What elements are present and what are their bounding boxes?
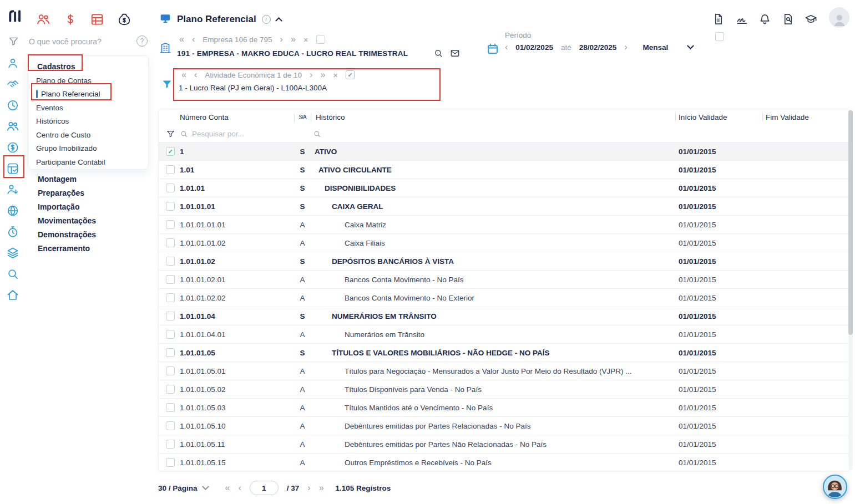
table-row[interactable]: 1.01.01.05.03 A Títulos Mantidos até o V… xyxy=(159,399,849,417)
moneybag-icon[interactable] xyxy=(117,12,131,27)
company-checkbox[interactable] xyxy=(316,35,325,44)
per-page-select[interactable]: 30 / Página xyxy=(158,484,208,492)
row-checkbox[interactable] xyxy=(166,458,175,467)
menu-section[interactable]: Preparações xyxy=(38,186,96,200)
row-checkbox[interactable] xyxy=(166,366,175,375)
period-next-button[interactable]: › xyxy=(624,43,627,52)
table-row[interactable]: 1.01.01.02 S DEPÓSITOS BANCÁRIOS À VISTA… xyxy=(159,252,849,271)
finance-icon[interactable] xyxy=(6,141,19,154)
row-checkbox[interactable] xyxy=(166,421,175,430)
scrollbar-thumb[interactable] xyxy=(848,110,853,335)
activity-clear-button[interactable]: × xyxy=(333,71,338,79)
page-last-button[interactable]: » xyxy=(319,483,324,492)
table-row[interactable]: 1.01.01.01.01 A Caixa Matriz 01/01/2015 xyxy=(159,216,849,234)
menu-section[interactable]: Montagem xyxy=(38,172,96,186)
row-checkbox[interactable] xyxy=(166,440,175,449)
row-checkbox[interactable] xyxy=(166,238,175,247)
company-search-icon[interactable] xyxy=(433,48,443,58)
sidebar-search-input[interactable] xyxy=(29,35,132,48)
row-checkbox[interactable] xyxy=(166,275,175,284)
row-checkbox[interactable] xyxy=(166,403,175,412)
sidebar-filter-icon[interactable] xyxy=(8,35,19,47)
company-next-button[interactable]: › xyxy=(280,35,283,44)
company-first-button[interactable]: « xyxy=(179,35,184,44)
page-next-button[interactable]: › xyxy=(307,483,310,492)
table-row[interactable]: 1.01.01.02.02 A Bancos Conta Movimento -… xyxy=(159,289,849,307)
menu-item[interactable]: Plano Referencial xyxy=(28,88,148,101)
company-last-button[interactable]: » xyxy=(291,35,296,44)
table-row[interactable]: 1.01 S ATIVO CIRCULANTE 01/01/2015 xyxy=(159,161,849,179)
row-checkbox[interactable] xyxy=(166,330,175,339)
table-row[interactable]: 1.01.01.04 S NUMERÁRIOS EM TRÂNSITO 01/0… xyxy=(159,307,849,325)
row-checkbox[interactable] xyxy=(166,184,175,192)
table-row[interactable]: ✓ 1 S ATIVO 01/01/2015 xyxy=(159,142,849,161)
billing-icon[interactable] xyxy=(63,12,78,27)
home-icon[interactable] xyxy=(6,288,19,302)
table-row[interactable]: 1.01.01.05.10 A Debêntures emitidas por … xyxy=(159,417,849,435)
row-checkbox[interactable] xyxy=(166,220,175,229)
col-fim-validade[interactable]: Fim Validade xyxy=(762,113,849,121)
notifications-icon[interactable] xyxy=(758,13,771,26)
period-end-date[interactable]: 28/02/2025 xyxy=(579,43,617,52)
col-inicio-validade[interactable]: Início Validade xyxy=(675,113,762,121)
user-avatar[interactable] xyxy=(829,7,849,28)
people-icon[interactable] xyxy=(6,120,19,133)
row-checkbox[interactable] xyxy=(166,293,175,302)
row-checkbox[interactable] xyxy=(166,257,175,266)
menu-item[interactable]: Participante Contábil xyxy=(28,155,148,169)
clock-icon[interactable] xyxy=(6,99,19,112)
menu-section[interactable]: Demonstrações xyxy=(38,227,96,241)
menu-item[interactable]: Centro de Custo xyxy=(28,128,148,142)
page-input[interactable] xyxy=(250,481,279,495)
company-clear-button[interactable]: × xyxy=(303,35,308,44)
handshake-icon[interactable] xyxy=(6,78,19,91)
table-row[interactable]: 1.01.01.01.02 A Caixa Filiais 01/01/2015 xyxy=(159,234,849,252)
menu-section[interactable]: Movimentações xyxy=(38,213,96,227)
historico-search-icon[interactable] xyxy=(313,130,321,138)
row-checkbox[interactable] xyxy=(166,348,175,357)
period-checkbox[interactable] xyxy=(715,32,724,41)
table-row[interactable]: 1.01.01.05.02 A Títulos Disponíveis para… xyxy=(159,380,849,399)
page-prev-button[interactable]: ‹ xyxy=(238,483,241,492)
company-prev-button[interactable]: ‹ xyxy=(192,35,195,44)
row-checkbox[interactable] xyxy=(166,202,175,211)
timer-icon[interactable] xyxy=(6,225,19,238)
search-icon[interactable] xyxy=(6,267,19,281)
menu-item[interactable]: Eventos xyxy=(28,101,148,115)
menu-item[interactable]: Históricos xyxy=(28,115,148,129)
company-mail-icon[interactable] xyxy=(450,48,460,58)
table-scrollbar[interactable] xyxy=(848,109,853,470)
table-row[interactable]: 1.01.01 S DISPONIBILIDADES 01/01/2015 xyxy=(159,179,849,197)
table-filter-icon[interactable] xyxy=(166,129,175,139)
collapse-chevron-icon[interactable] xyxy=(275,17,282,24)
menu-section[interactable]: Importação xyxy=(38,200,96,213)
row-checkbox[interactable] xyxy=(166,312,175,320)
activity-prev-button[interactable]: ‹ xyxy=(194,70,197,79)
table-row[interactable]: 1.01.01.05.11 A Debêntures emitidas por … xyxy=(159,435,849,454)
period-prev-button[interactable]: ‹ xyxy=(505,43,508,52)
menu-item[interactable]: Grupo Imobilizado xyxy=(28,142,148,156)
info-icon[interactable]: i xyxy=(262,15,271,24)
col-numero-conta[interactable]: Número Conta xyxy=(180,113,294,121)
import-user-icon[interactable] xyxy=(6,183,19,196)
row-checkbox[interactable] xyxy=(166,165,175,174)
menu-group-cadastros[interactable]: Cadastros xyxy=(28,59,148,74)
col-sa[interactable]: S/A xyxy=(294,114,311,120)
globe-icon[interactable] xyxy=(6,204,19,217)
table-row[interactable]: 1.01.01.01 S CAIXA GERAL 01/01/2015 xyxy=(159,197,849,216)
col-historico[interactable]: Histórico xyxy=(311,113,675,121)
modules-icon[interactable] xyxy=(6,162,19,175)
menu-item[interactable]: Plano de Contas xyxy=(28,74,148,88)
row-checkbox[interactable] xyxy=(166,385,175,394)
table-row[interactable]: 1.01.01.05.01 A Títulos para Negociação … xyxy=(159,362,849,380)
learning-icon[interactable] xyxy=(805,13,817,26)
user-icon[interactable] xyxy=(6,57,19,70)
page-first-button[interactable]: « xyxy=(225,483,230,492)
table-row[interactable]: 1.01.01.05.15 A Outros Empréstimos e Rec… xyxy=(159,454,849,471)
partners-icon[interactable] xyxy=(36,12,50,27)
row-checkbox[interactable]: ✓ xyxy=(166,147,175,156)
period-start-date[interactable]: 01/02/2025 xyxy=(515,43,553,52)
activity-first-button[interactable]: « xyxy=(181,70,186,79)
spreadsheet-icon[interactable] xyxy=(90,12,104,27)
period-mode-chevron-icon[interactable] xyxy=(687,42,695,49)
